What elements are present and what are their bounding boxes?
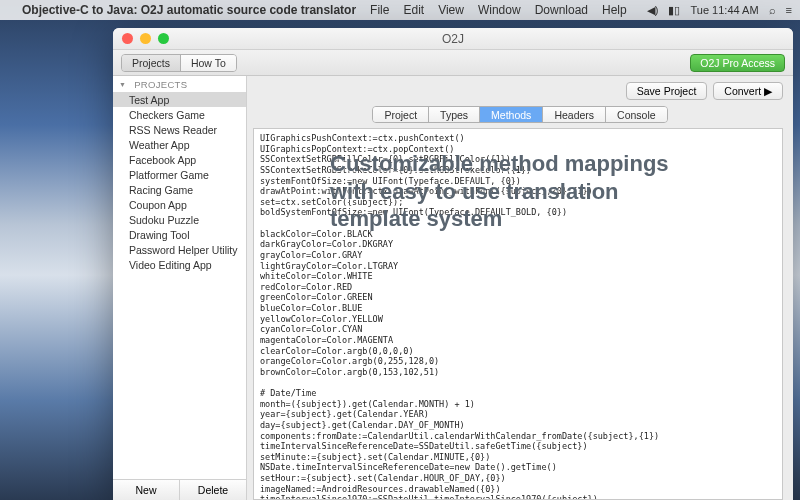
traffic-lights	[113, 33, 169, 44]
tab-console[interactable]: Console	[605, 107, 667, 122]
save-project-button[interactable]: Save Project	[626, 82, 708, 100]
menubar-clock[interactable]: Tue 11:44 AM	[690, 4, 758, 16]
toolbar-tabs: Projects How To	[121, 54, 237, 72]
window-title: O2J	[113, 32, 793, 46]
sidebar-item[interactable]: Video Editing App	[113, 257, 246, 272]
project-list: Test App Checkers Game RSS News Reader W…	[113, 92, 246, 479]
sidebar-item[interactable]: Password Helper Utility	[113, 242, 246, 257]
battery-icon[interactable]: ▮▯	[668, 4, 680, 17]
new-button[interactable]: New	[113, 480, 179, 500]
code-editor[interactable]: UIGraphicsPushContext:=ctx.pushContext()…	[253, 128, 783, 500]
tab-project[interactable]: Project	[373, 107, 428, 122]
tab-projects[interactable]: Projects	[122, 55, 180, 71]
menu-download[interactable]: Download	[535, 3, 588, 17]
sidebar-item[interactable]: Drawing Tool	[113, 227, 246, 242]
sidebar-item[interactable]: Sudoku Puzzle	[113, 212, 246, 227]
window-titlebar: O2J	[113, 28, 793, 50]
menu-window[interactable]: Window	[478, 3, 521, 17]
sidebar-item[interactable]: Test App	[113, 92, 246, 107]
toolbar: Projects How To O2J Pro Access	[113, 50, 793, 76]
minimize-icon[interactable]	[140, 33, 151, 44]
sidebar-item[interactable]: Weather App	[113, 137, 246, 152]
action-row: Save Project Convert ▶	[247, 76, 793, 100]
sidebar-item[interactable]: RSS News Reader	[113, 122, 246, 137]
volume-icon[interactable]: ◀︎)	[647, 4, 659, 17]
spotlight-icon[interactable]: ⌕	[769, 4, 776, 16]
sidebar-item[interactable]: Platformer Game	[113, 167, 246, 182]
sidebar: PROJECTS Test App Checkers Game RSS News…	[113, 76, 247, 500]
sidebar-header[interactable]: PROJECTS	[113, 76, 246, 92]
main-panel: Save Project Convert ▶ Project Types Met…	[247, 76, 793, 500]
sidebar-item[interactable]: Racing Game	[113, 182, 246, 197]
convert-button[interactable]: Convert ▶	[713, 82, 783, 100]
menu-help[interactable]: Help	[602, 3, 627, 17]
pro-access-button[interactable]: O2J Pro Access	[690, 54, 785, 72]
sidebar-item[interactable]: Coupon App	[113, 197, 246, 212]
macos-menubar: Objective-C to Java: O2J automatic sourc…	[0, 0, 800, 20]
sidebar-item[interactable]: Checkers Game	[113, 107, 246, 122]
sidebar-footer: New Delete	[113, 479, 246, 500]
tab-how-to[interactable]: How To	[180, 55, 236, 71]
menu-view[interactable]: View	[438, 3, 464, 17]
menu-icon[interactable]: ≡	[786, 4, 792, 16]
close-icon[interactable]	[122, 33, 133, 44]
maximize-icon[interactable]	[158, 33, 169, 44]
tab-types[interactable]: Types	[428, 107, 479, 122]
tab-headers[interactable]: Headers	[542, 107, 605, 122]
sidebar-item[interactable]: Facebook App	[113, 152, 246, 167]
tab-methods[interactable]: Methods	[479, 107, 542, 122]
app-window: O2J Projects How To O2J Pro Access PROJE…	[113, 28, 793, 500]
delete-button[interactable]: Delete	[179, 480, 246, 500]
menu-edit[interactable]: Edit	[403, 3, 424, 17]
menu-file[interactable]: File	[370, 3, 389, 17]
main-tabs: Project Types Methods Headers Console	[372, 106, 667, 123]
menubar-app-title: Objective-C to Java: O2J automatic sourc…	[22, 3, 356, 17]
